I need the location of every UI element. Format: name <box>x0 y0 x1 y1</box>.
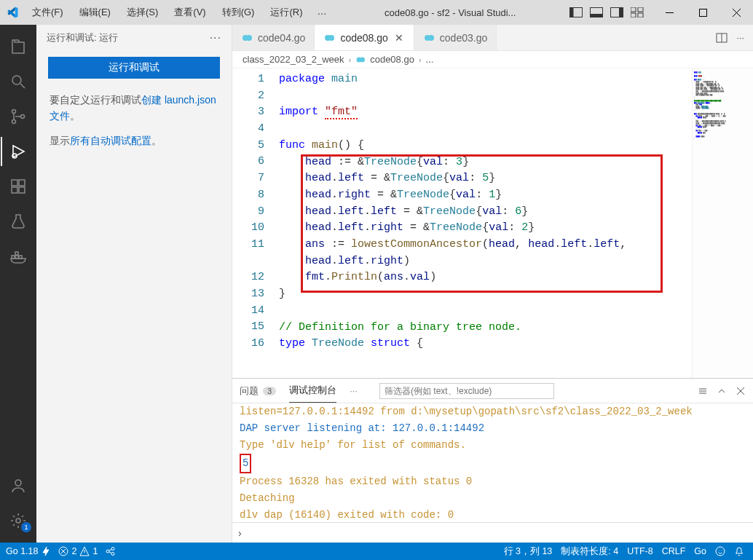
tab-code04[interactable]: code04.go <box>232 25 315 50</box>
code-lines[interactable]: package main import "fmt" func main() { … <box>279 68 692 378</box>
debug-console-output[interactable]: listen=127.0.0.1:14492 from d:\mysetup\g… <box>232 403 753 522</box>
debug-console-input[interactable]: › <box>232 522 753 543</box>
activity-run-debug[interactable] <box>1 137 36 166</box>
console-line: Type 'dlv help' for list of commands. <box>240 437 746 454</box>
svg-point-35 <box>360 57 365 62</box>
chevron-up-icon[interactable] <box>717 386 727 396</box>
minimize-button[interactable] <box>653 0 686 25</box>
status-feedback-icon[interactable] <box>715 546 725 556</box>
svg-point-39 <box>111 553 114 556</box>
breadcrumb-file[interactable]: code08.go <box>370 54 414 65</box>
close-tab-icon[interactable]: ✕ <box>393 32 405 44</box>
activity-extensions[interactable] <box>1 172 36 201</box>
activity-testing[interactable] <box>1 207 36 236</box>
go-file-icon <box>241 32 253 44</box>
chevron-right-icon: › <box>419 55 422 64</box>
close-panel-icon[interactable] <box>736 386 746 396</box>
status-bar: Go 1.18 2 1 行 3，列 13 制表符长度: 4 UTF-8 CRLF… <box>0 543 753 560</box>
settings-badge: 1 <box>21 522 31 532</box>
svg-point-27 <box>246 35 252 41</box>
menu-run[interactable]: 运行(R) <box>264 4 308 20</box>
line-gutter: 12345678 910111213141516 <box>232 68 279 378</box>
layout-panel-bottom-icon[interactable] <box>590 7 603 17</box>
go-file-icon <box>323 32 335 44</box>
status-tab-size[interactable]: 制表符长度: 4 <box>561 545 618 558</box>
svg-point-25 <box>16 518 20 523</box>
breadcrumb-folder[interactable]: class_2022_03_2_week <box>243 54 344 65</box>
status-problems[interactable]: 2 1 <box>58 546 98 556</box>
chevron-right-icon: › <box>349 55 352 64</box>
run-and-debug-button[interactable]: 运行和调试 <box>48 57 220 79</box>
console-line: 5 <box>240 454 746 473</box>
console-line: Detaching <box>240 490 746 507</box>
menu-file[interactable]: 文件(F) <box>26 4 69 20</box>
status-line-col[interactable]: 行 3，列 13 <box>504 545 553 558</box>
console-line: listen=127.0.0.1:14492 from d:\mysetup\g… <box>240 403 746 420</box>
panel-tabs: 问题 3 调试控制台 ··· <box>232 379 753 403</box>
breadcrumb[interactable]: class_2022_03_2_week › code08.go › ... <box>232 51 753 68</box>
svg-point-14 <box>21 115 25 119</box>
status-live-share[interactable] <box>105 546 115 556</box>
svg-rect-17 <box>19 180 25 186</box>
status-eol[interactable]: CRLF <box>662 546 686 556</box>
layout-customize-icon[interactable] <box>631 7 644 17</box>
svg-rect-23 <box>15 252 18 255</box>
svg-rect-9 <box>638 13 643 17</box>
activity-settings[interactable]: 1 <box>1 506 36 535</box>
minimap[interactable]: ████ ███ ████ ████ ███ ████() { ████ := … <box>692 68 753 378</box>
activity-account[interactable] <box>1 471 36 500</box>
activity-scm[interactable] <box>1 102 36 131</box>
menu-select[interactable]: 选择(S) <box>121 4 164 20</box>
problems-count: 3 <box>263 387 276 395</box>
panel-tab-problems[interactable]: 问题 3 <box>240 379 276 403</box>
go-file-icon <box>355 55 366 65</box>
activity-docker[interactable] <box>1 242 36 271</box>
menu-edit[interactable]: 编辑(E) <box>74 4 117 20</box>
svg-point-24 <box>15 480 21 486</box>
split-editor-icon[interactable] <box>716 32 728 44</box>
editor-more-icon[interactable]: ··· <box>736 32 744 43</box>
svg-rect-1 <box>570 8 574 17</box>
menu-bar: 文件(F) 编辑(E) 选择(S) 查看(V) 转到(G) 运行(R) … <box>25 4 331 20</box>
status-notifications-icon[interactable] <box>734 546 744 556</box>
panel-filter-input[interactable] <box>379 383 554 399</box>
code-editor[interactable]: 12345678 910111213141516 package main im… <box>232 68 692 378</box>
svg-rect-3 <box>591 14 603 17</box>
editor-group: code04.go code08.go ✕ code03.go ··· clas… <box>232 25 753 543</box>
activity-search[interactable] <box>1 67 36 96</box>
window-controls <box>653 0 753 25</box>
status-go-version[interactable]: Go 1.18 <box>6 546 51 556</box>
maximize-button[interactable] <box>686 0 720 25</box>
layout-controls <box>569 7 653 17</box>
activity-explorer[interactable] <box>1 32 36 61</box>
show-all-auto-configs-link[interactable]: 所有自动调试配置 <box>70 135 151 146</box>
tab-code03[interactable]: code03.go <box>414 25 497 50</box>
clear-console-icon[interactable] <box>698 386 708 396</box>
tab-label: code03.go <box>440 32 487 44</box>
svg-rect-5 <box>619 8 623 17</box>
tab-label: code08.go <box>340 32 387 44</box>
tab-code08[interactable]: code08.go ✕ <box>315 25 414 50</box>
sidebar-run-debug: 运行和调试: 运行 ··· 运行和调试 要自定义运行和调试创建 launch.j… <box>36 25 232 543</box>
svg-rect-16 <box>12 180 17 186</box>
status-encoding[interactable]: UTF-8 <box>627 546 653 556</box>
sidebar-title: 运行和调试: 运行 <box>47 31 118 44</box>
go-file-icon <box>423 32 435 44</box>
close-button[interactable] <box>720 0 753 25</box>
panel-more-icon[interactable]: ··· <box>350 385 358 396</box>
layout-panel-right-icon[interactable] <box>610 7 623 17</box>
menu-view[interactable]: 查看(V) <box>168 4 211 20</box>
status-language[interactable]: Go <box>694 546 706 556</box>
menu-more[interactable]: … <box>312 4 331 20</box>
svg-point-40 <box>716 547 725 556</box>
menu-go[interactable]: 转到(G) <box>216 4 261 20</box>
panel-tab-debug-console[interactable]: 调试控制台 <box>289 379 336 403</box>
bottom-panel: 问题 3 调试控制台 ··· listen=127.0.0.1:14492 fr… <box>232 378 753 543</box>
sidebar-show-all-configs-text: 显示所有自动调试配置。 <box>36 128 232 153</box>
sidebar-more-icon[interactable]: ··· <box>210 31 221 44</box>
editor-tabs: code04.go code08.go ✕ code03.go ··· <box>232 25 753 51</box>
console-line: DAP server listening at: 127.0.0.1:14492 <box>240 420 746 437</box>
vscode-logo <box>0 6 25 19</box>
layout-panel-left-icon[interactable] <box>569 7 583 17</box>
breadcrumb-ellipsis[interactable]: ... <box>426 54 434 65</box>
